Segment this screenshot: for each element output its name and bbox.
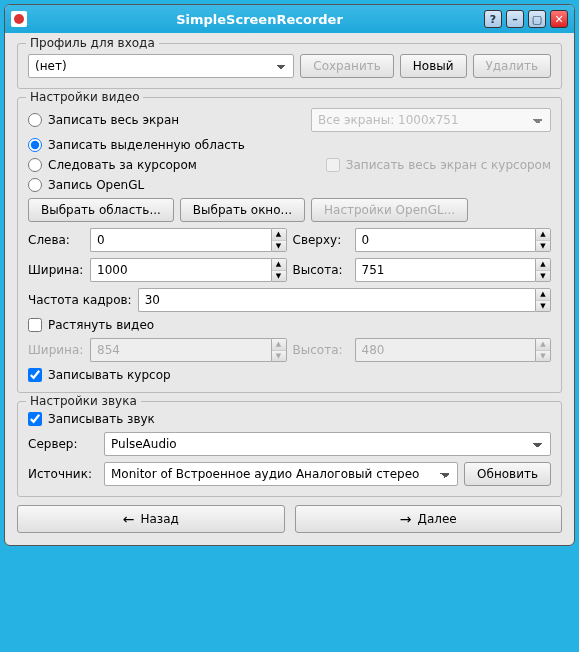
top-spinner[interactable]: ▲▼ [535, 228, 551, 252]
source-label: Источник: [28, 467, 98, 481]
help-button[interactable]: ? [484, 10, 502, 28]
window-title: SimpleScreenRecorder [35, 12, 484, 27]
profile-title: Профиль для входа [26, 36, 159, 50]
audio-title: Настройки звука [26, 394, 141, 408]
video-group: Настройки видео Записать весь экран Все … [17, 97, 562, 393]
check-record-audio[interactable]: Записывать звук [28, 412, 155, 426]
select-area-button[interactable]: Выбрать область... [28, 198, 174, 222]
top-label: Сверху: [293, 233, 349, 247]
fps-label: Частота кадров: [28, 293, 132, 307]
titlebar[interactable]: SimpleScreenRecorder ? – ▢ ✕ [5, 5, 574, 33]
radio-fullscreen[interactable]: Записать весь экран [28, 113, 179, 127]
video-title: Настройки видео [26, 90, 143, 104]
profile-select[interactable]: (нет) [28, 54, 294, 78]
source-select[interactable]: Monitor of Встроенное аудио Аналоговый с… [104, 462, 458, 486]
arrow-right-icon [400, 511, 412, 527]
height-spinner[interactable]: ▲▼ [535, 258, 551, 282]
left-input[interactable] [90, 228, 271, 252]
maximize-button[interactable]: ▢ [528, 10, 546, 28]
minimize-button[interactable]: – [506, 10, 524, 28]
profile-group: Профиль для входа (нет) Сохранить Новый … [17, 43, 562, 89]
width-spinner[interactable]: ▲▼ [271, 258, 287, 282]
back-button[interactable]: Назад [17, 505, 285, 533]
check-fullscreen-cursor: Записать весь экран с курсором [326, 158, 551, 172]
swidth-label: Ширина: [28, 343, 84, 357]
sheight-spinner: ▲▼ [535, 338, 551, 362]
audio-group: Настройки звука Записывать звук Сервер: … [17, 401, 562, 497]
next-button[interactable]: Далее [295, 505, 563, 533]
radio-area[interactable]: Записать выделенную область [28, 138, 245, 152]
check-scale[interactable]: Растянуть видео [28, 318, 154, 332]
top-input[interactable] [355, 228, 536, 252]
height-input[interactable] [355, 258, 536, 282]
app-icon [11, 11, 27, 27]
close-button[interactable]: ✕ [550, 10, 568, 28]
fps-input[interactable] [138, 288, 535, 312]
server-label: Сервер: [28, 437, 98, 451]
width-label: Ширина: [28, 263, 84, 277]
sheight-label: Высота: [293, 343, 349, 357]
main-window: SimpleScreenRecorder ? – ▢ ✕ Профиль для… [4, 4, 575, 546]
server-select[interactable]: PulseAudio [104, 432, 551, 456]
swidth-input [90, 338, 271, 362]
profile-save-button[interactable]: Сохранить [300, 54, 394, 78]
profile-new-button[interactable]: Новый [400, 54, 467, 78]
width-input[interactable] [90, 258, 271, 282]
screens-select: Все экраны: 1000x751 [311, 108, 551, 132]
profile-delete-button[interactable]: Удалить [473, 54, 552, 78]
select-window-button[interactable]: Выбрать окно... [180, 198, 305, 222]
check-record-cursor[interactable]: Записывать курсор [28, 368, 171, 382]
opengl-settings-button[interactable]: Настройки OpenGL... [311, 198, 468, 222]
left-label: Слева: [28, 233, 84, 247]
swidth-spinner: ▲▼ [271, 338, 287, 362]
refresh-button[interactable]: Обновить [464, 462, 551, 486]
radio-follow-cursor[interactable]: Следовать за курсором [28, 158, 197, 172]
sheight-input [355, 338, 536, 362]
arrow-left-icon [123, 511, 135, 527]
fps-spinner[interactable]: ▲▼ [535, 288, 551, 312]
height-label: Высота: [293, 263, 349, 277]
left-spinner[interactable]: ▲▼ [271, 228, 287, 252]
radio-opengl[interactable]: Запись OpenGL [28, 178, 144, 192]
